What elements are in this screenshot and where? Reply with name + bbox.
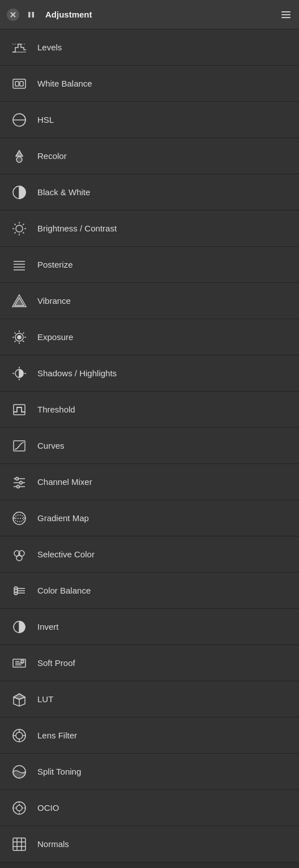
svg-line-38	[23, 341, 24, 342]
svg-point-52	[20, 481, 23, 484]
menu-item-normals[interactable]: Normals	[0, 826, 299, 862]
menu-item-channel-mixer[interactable]: Channel Mixer	[0, 464, 299, 500]
svg-point-65	[14, 589, 18, 592]
hsl-icon	[9, 110, 29, 130]
split-toning-icon	[9, 762, 29, 782]
channel-mixer-icon	[9, 472, 29, 492]
channel-mixer-label: Channel Mixer	[37, 477, 92, 487]
svg-rect-6	[281, 17, 291, 18]
posterize-icon	[9, 255, 29, 275]
menu-button[interactable]	[280, 8, 292, 21]
ocio-icon	[9, 798, 29, 818]
svg-marker-31	[15, 298, 24, 306]
svg-line-22	[15, 224, 16, 225]
color-balance-label: Color Balance	[37, 586, 91, 595]
menu-item-brightness-contrast[interactable]: Brightness / Contrast	[0, 210, 299, 247]
svg-rect-4	[281, 11, 291, 12]
pause-button[interactable]	[25, 8, 37, 21]
svg-rect-3	[32, 12, 35, 18]
svg-point-17	[16, 225, 23, 232]
lut-label: LUT	[37, 694, 53, 704]
header-title: Adjustment	[45, 10, 280, 19]
svg-rect-5	[281, 14, 291, 15]
svg-marker-73	[14, 694, 25, 699]
menu-item-ocio[interactable]: OCIO	[0, 790, 299, 826]
svg-point-78	[16, 732, 23, 739]
menu-item-levels[interactable]: Levels	[0, 29, 299, 66]
svg-point-85	[16, 805, 22, 811]
menu-item-black-white[interactable]: Black & White	[0, 174, 299, 210]
exposure-label: Exposure	[37, 332, 73, 342]
svg-rect-71	[21, 660, 24, 663]
selective-color-icon	[9, 544, 29, 565]
black-white-icon	[9, 182, 29, 203]
svg-line-23	[23, 232, 24, 233]
menu-item-split-toning[interactable]: Split Toning	[0, 754, 299, 790]
threshold-icon	[9, 399, 29, 420]
svg-rect-47	[14, 405, 25, 415]
close-button[interactable]	[7, 8, 19, 21]
gradient-map-label: Gradient Map	[37, 513, 89, 523]
menu-item-invert[interactable]: Invert	[0, 609, 299, 645]
menu-item-exposure[interactable]: Exposure	[0, 319, 299, 355]
brightness-contrast-label: Brightness / Contrast	[37, 224, 117, 233]
svg-point-41	[18, 336, 21, 339]
vibrance-label: Vibrance	[37, 296, 71, 306]
curves-icon	[9, 436, 29, 456]
svg-point-55	[13, 512, 25, 525]
shadows-highlights-label: Shadows / Highlights	[37, 368, 117, 378]
svg-line-25	[15, 232, 16, 233]
gradient-map-icon	[9, 508, 29, 528]
menu-item-lens-filter[interactable]: Lens Filter	[0, 717, 299, 754]
selective-color-label: Selective Color	[37, 549, 95, 559]
svg-point-84	[13, 802, 25, 814]
color-balance-icon	[9, 581, 29, 601]
lens-filter-label: Lens Filter	[37, 731, 77, 740]
recolor-label: Recolor	[37, 151, 67, 161]
menu-item-hsl[interactable]: HSL	[0, 102, 299, 138]
ocio-label: OCIO	[37, 803, 59, 813]
black-white-label: Black & White	[37, 187, 90, 197]
svg-rect-2	[28, 12, 31, 18]
menu-item-recolor[interactable]: Recolor	[0, 138, 299, 174]
exposure-icon	[9, 327, 29, 347]
levels-label: Levels	[37, 42, 62, 52]
normals-label: Normals	[37, 839, 69, 849]
menu-item-posterize[interactable]: Posterize	[0, 247, 299, 283]
menu-item-threshold[interactable]: Threshold	[0, 392, 299, 428]
svg-rect-11	[20, 81, 23, 86]
lut-icon	[9, 689, 29, 710]
brightness-contrast-icon	[9, 218, 29, 239]
shadows-highlights-icon	[9, 363, 29, 384]
menu-item-shadows-highlights[interactable]: Shadows / Highlights	[0, 355, 299, 392]
svg-line-24	[23, 224, 24, 225]
svg-point-50	[16, 477, 19, 480]
levels-icon	[9, 37, 29, 58]
menu-item-vibrance[interactable]: Vibrance	[0, 283, 299, 319]
menu-item-curves[interactable]: Curves	[0, 428, 299, 464]
curves-label: Curves	[37, 441, 65, 450]
lens-filter-icon	[9, 725, 29, 746]
svg-point-15	[16, 157, 22, 162]
invert-icon	[9, 617, 29, 637]
menu-item-white-balance[interactable]: White Balance	[0, 66, 299, 102]
svg-point-59	[16, 555, 22, 561]
hsl-label: HSL	[37, 115, 54, 124]
white-balance-label: White Balance	[37, 79, 92, 88]
vibrance-icon	[9, 291, 29, 311]
svg-rect-10	[15, 81, 19, 86]
menu-item-soft-proof[interactable]: Soft Proof	[0, 645, 299, 681]
menu-list: Levels White Balance HSL	[0, 29, 299, 862]
split-toning-label: Split Toning	[37, 767, 81, 776]
recolor-icon	[9, 146, 29, 166]
soft-proof-icon	[9, 653, 29, 673]
svg-rect-90	[13, 838, 25, 850]
menu-item-gradient-map[interactable]: Gradient Map	[0, 500, 299, 536]
normals-icon	[9, 834, 29, 854]
menu-item-lut[interactable]: LUT	[0, 681, 299, 717]
menu-item-color-balance[interactable]: Color Balance	[0, 573, 299, 609]
threshold-label: Threshold	[37, 405, 75, 414]
menu-item-selective-color[interactable]: Selective Color	[0, 536, 299, 573]
svg-line-37	[15, 332, 16, 333]
svg-marker-14	[16, 151, 23, 156]
